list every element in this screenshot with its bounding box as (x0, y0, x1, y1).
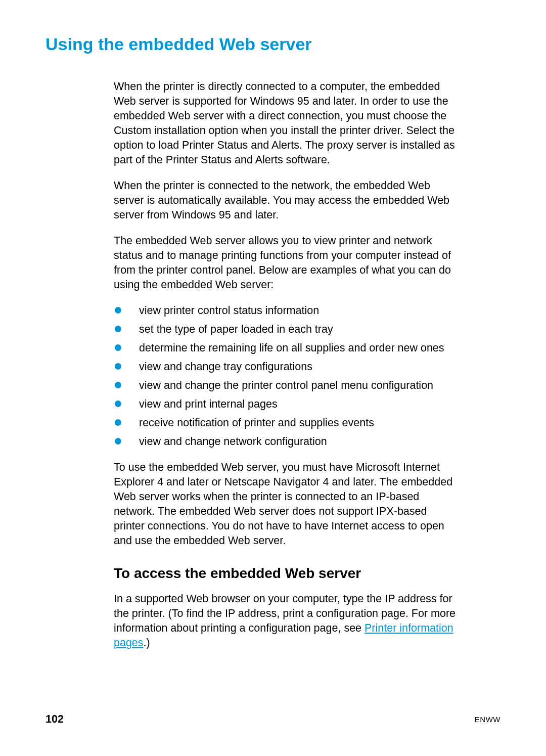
list-item: view and change network configuration (114, 434, 458, 449)
paragraph: To use the embedded Web server, you must… (114, 460, 458, 548)
list-item: view printer control status information (114, 303, 458, 318)
list-item: view and change the printer control pane… (114, 378, 458, 393)
paragraph: The embedded Web server allows you to vi… (114, 234, 458, 292)
list-item: view and change tray configurations (114, 360, 458, 374)
paragraph: When the printer is directly connected t… (114, 79, 458, 167)
paragraph: In a supported Web browser on your compu… (114, 592, 458, 650)
list-item: view and print internal pages (114, 397, 458, 412)
page-number: 102 (46, 713, 64, 726)
list-item: set the type of paper loaded in each tra… (114, 322, 458, 337)
page-footer: 102 ENWW (46, 713, 500, 726)
list-item: determine the remaining life on all supp… (114, 341, 458, 355)
body-content: When the printer is directly connected t… (114, 79, 458, 650)
list-item: receive notification of printer and supp… (114, 416, 458, 430)
text-run: .) (144, 637, 150, 649)
feature-list: view printer control status information … (114, 303, 458, 449)
paragraph: When the printer is connected to the net… (114, 179, 458, 223)
section-heading: To access the embedded Web server (114, 565, 458, 582)
footer-right-label: ENWW (475, 715, 500, 724)
page-title: Using the embedded Web server (46, 34, 500, 54)
